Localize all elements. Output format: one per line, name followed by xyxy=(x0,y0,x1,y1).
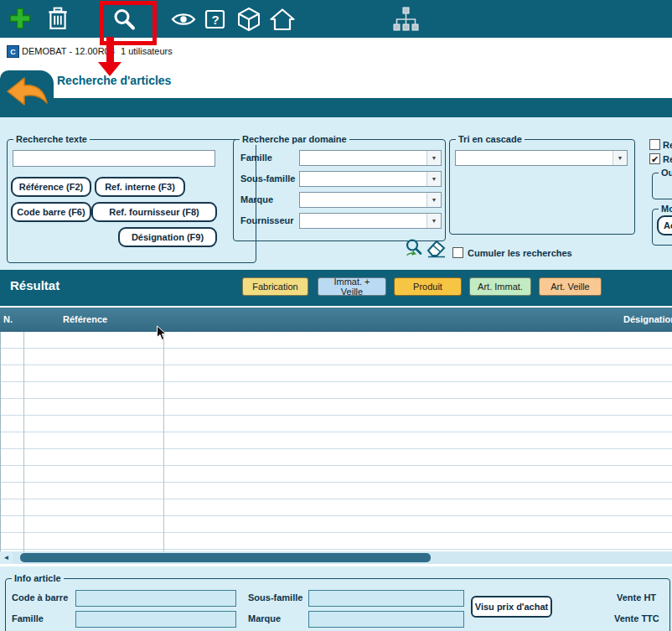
vente-ttc-label: Vente TTC xyxy=(614,613,659,623)
famille-combobox[interactable]: ▼ xyxy=(299,150,442,166)
info-sous-famille-label: Sous-famille xyxy=(248,592,302,603)
back-arrow-icon xyxy=(4,75,49,115)
result-title: Résultat xyxy=(10,278,59,292)
horizontal-scrollbar[interactable]: ◄ xyxy=(0,551,672,564)
right-checkbox-1-label: Re xyxy=(663,140,672,150)
column-header-designation[interactable]: Désignation xyxy=(623,314,672,324)
help-glyph: ? xyxy=(204,8,227,31)
info-famille-field[interactable] xyxy=(75,611,236,628)
tri-cascade-combobox[interactable]: ▼ xyxy=(455,150,628,166)
cumuler-label: Cumuler les recherches xyxy=(468,248,572,258)
app-badge-icon: C xyxy=(7,45,19,58)
add-icon[interactable] xyxy=(8,7,32,30)
marque-combobox[interactable]: ▼ xyxy=(299,192,442,208)
groupbox-mond-label: Mon xyxy=(659,203,672,215)
groupbox-recherche-texte: Recherche texte Référence (F2) Ref. inte… xyxy=(7,139,256,263)
ac-button[interactable]: Ac xyxy=(657,215,672,235)
column-divider xyxy=(163,332,164,551)
marque-label: Marque xyxy=(240,194,273,204)
filter-immat-veille-button[interactable]: Immat. + Veille xyxy=(318,277,386,296)
mouse-cursor xyxy=(156,325,167,344)
info-article-panel: Info article Code à barre Sous-famille F… xyxy=(0,566,672,631)
code-a-barre-field[interactable] xyxy=(75,590,236,607)
package-icon[interactable] xyxy=(237,7,261,32)
workflow-icon[interactable] xyxy=(392,7,419,32)
filter-fabrication-button[interactable]: Fabrication xyxy=(242,277,308,296)
groupbox-tri-cascade: Tri en cascade ▼ xyxy=(449,139,635,235)
sous-famille-combobox[interactable]: ▼ xyxy=(299,171,442,187)
column-header-n[interactable]: N. xyxy=(3,314,13,324)
result-table-body[interactable] xyxy=(0,332,672,551)
help-icon[interactable]: ? xyxy=(204,8,227,31)
scroll-left-button[interactable]: ◄ xyxy=(0,551,13,564)
right-checkbox-1[interactable] xyxy=(649,139,660,150)
groupbox-tri-cascade-label: Tri en cascade xyxy=(456,133,525,145)
info-marque-field[interactable] xyxy=(308,611,464,628)
search-panel: Recherche texte Référence (F2) Ref. inte… xyxy=(0,117,672,270)
right-checkbox-2-label: Re xyxy=(663,154,672,164)
groupbox-info-article-label: Info article xyxy=(12,572,64,584)
filter-art-veille-button[interactable]: Art. Veille xyxy=(539,277,602,296)
visu-prix-achat-button[interactable]: Visu prix d'achat xyxy=(471,596,552,618)
ref-interne-f3-button[interactable]: Ref. interne (F3) xyxy=(95,177,185,197)
column-divider xyxy=(23,332,24,551)
cumuler-checkbox[interactable] xyxy=(452,247,463,258)
info-marque-label: Marque xyxy=(248,613,281,623)
groupbox-mond: Mon Ac xyxy=(652,209,672,246)
annotation-arrow-shaft xyxy=(106,37,114,63)
result-table-header: N. Référence Désignation xyxy=(0,308,672,332)
filter-art-immat-button[interactable]: Art. Immat. xyxy=(469,277,531,296)
groupbox-outils-label: Outils xyxy=(659,167,672,178)
sous-famille-label: Sous-famille xyxy=(240,173,295,184)
info-famille-label: Famille xyxy=(12,613,44,623)
right-checkbox-2[interactable]: ✔ xyxy=(649,153,660,164)
dropdown-arrow-icon[interactable]: ▼ xyxy=(426,193,441,207)
code-barre-f6-button[interactable]: Code barre (F6) xyxy=(11,202,91,222)
app-window: ? C DEMOBAT - 12.00R08 1 utilisateurs Re… xyxy=(0,0,672,631)
dropdown-arrow-icon[interactable]: ▼ xyxy=(613,151,627,165)
search-text-input[interactable] xyxy=(13,150,215,167)
dropdown-arrow-icon[interactable]: ▼ xyxy=(426,214,441,228)
scrollbar-thumb[interactable] xyxy=(20,553,431,562)
groupbox-outils: Outils xyxy=(652,173,672,199)
users-count: 1 utilisateurs xyxy=(121,46,173,56)
header-band xyxy=(0,98,672,117)
designation-f9-button[interactable]: Désignation (F9) xyxy=(118,227,217,247)
fournisseur-label: Fournisseur xyxy=(240,215,294,225)
reference-f2-button[interactable]: Référence (F2) xyxy=(11,177,91,197)
app-title: DEMOBAT - 12.00R08 xyxy=(22,46,115,56)
groupbox-recherche-domaine: Recherche par domaine Famille ▼ Sous-fam… xyxy=(233,139,446,241)
column-header-reference[interactable]: Référence xyxy=(63,314,107,324)
view-icon[interactable] xyxy=(171,10,196,28)
groupbox-recherche-domaine-label: Recherche par domaine xyxy=(240,133,349,145)
home-icon[interactable] xyxy=(270,8,295,31)
fournisseur-combobox[interactable]: ▼ xyxy=(299,213,442,229)
ref-fournisseur-f8-button[interactable]: Ref. fournisseur (F8) xyxy=(91,202,217,222)
launch-search-icon[interactable] xyxy=(404,238,424,261)
groupbox-recherche-texte-label: Recherche texte xyxy=(13,133,90,145)
info-sous-famille-field[interactable] xyxy=(308,590,464,607)
annotation-arrow-head xyxy=(98,62,121,76)
trash-icon[interactable] xyxy=(48,7,68,30)
dropdown-arrow-icon[interactable]: ▼ xyxy=(426,172,441,186)
dropdown-arrow-icon[interactable]: ▼ xyxy=(426,151,441,165)
back-button[interactable] xyxy=(0,70,54,118)
eraser-icon[interactable] xyxy=(426,238,447,261)
code-a-barre-label: Code à barre xyxy=(12,592,68,603)
famille-label: Famille xyxy=(240,153,272,163)
filter-produit-button[interactable]: Produit xyxy=(394,277,462,296)
vente-ht-label: Vente HT xyxy=(617,592,656,603)
